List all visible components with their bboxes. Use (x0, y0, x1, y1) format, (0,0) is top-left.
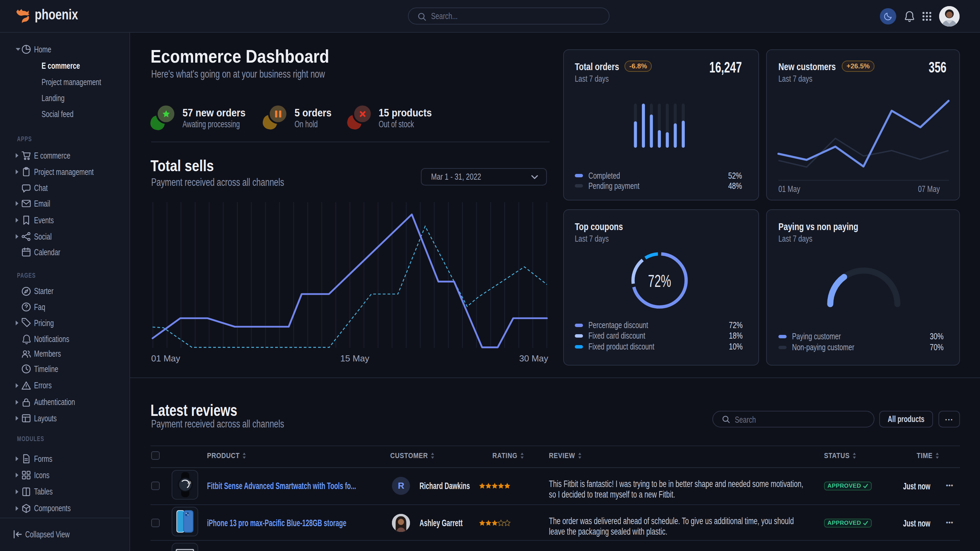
svg-text:79: 79 (187, 481, 191, 484)
svg-text:15 May: 15 May (340, 353, 369, 364)
svg-text:30 May: 30 May (519, 353, 548, 364)
svg-text:72%: 72% (648, 272, 671, 291)
svg-text:01 May: 01 May (151, 353, 180, 364)
